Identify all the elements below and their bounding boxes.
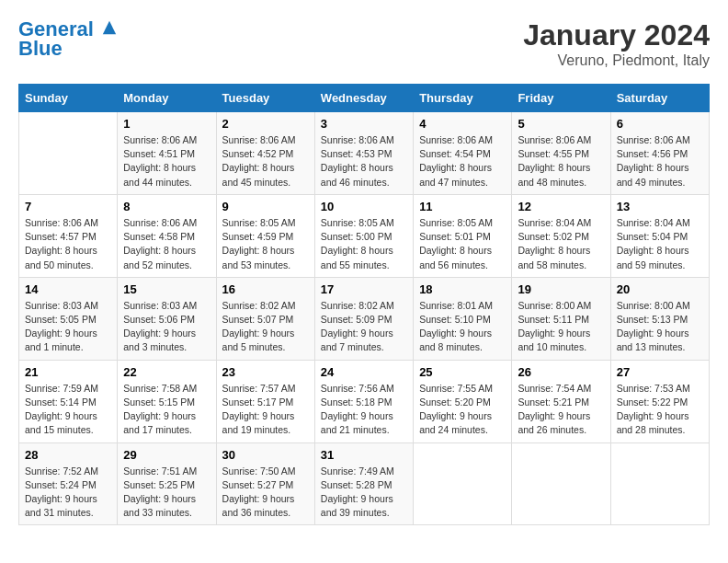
calendar-cell: 29Sunrise: 7:51 AMSunset: 5:25 PMDayligh… xyxy=(118,442,216,525)
day-number: 4 xyxy=(419,117,506,131)
day-info: Sunrise: 8:03 AMSunset: 5:05 PMDaylight:… xyxy=(25,300,98,353)
day-number: 12 xyxy=(518,200,604,213)
calendar-cell: 22Sunrise: 7:58 AMSunset: 5:15 PMDayligh… xyxy=(118,360,216,442)
day-info: Sunrise: 8:06 AMSunset: 4:55 PMDaylight:… xyxy=(518,134,591,188)
calendar-cell: 3Sunrise: 8:06 AMSunset: 4:53 PMDaylight… xyxy=(314,112,413,195)
calendar-cell: 10Sunrise: 8:05 AMSunset: 5:00 PMDayligh… xyxy=(314,194,413,277)
day-number: 21 xyxy=(25,365,111,379)
header-thursday: Thursday xyxy=(414,85,512,112)
page-header: General Blue January 2024 Veruno, Piedmo… xyxy=(18,18,710,69)
day-number: 25 xyxy=(419,365,506,379)
day-info: Sunrise: 8:06 AMSunset: 4:56 PMDaylight:… xyxy=(617,134,690,188)
day-number: 11 xyxy=(419,200,506,213)
day-info: Sunrise: 7:49 AMSunset: 5:28 PMDaylight:… xyxy=(321,465,394,519)
calendar-cell: 31Sunrise: 7:49 AMSunset: 5:28 PMDayligh… xyxy=(314,442,413,525)
calendar-week-row: 7Sunrise: 8:06 AMSunset: 4:57 PMDaylight… xyxy=(19,194,710,277)
day-info: Sunrise: 8:06 AMSunset: 4:52 PMDaylight:… xyxy=(222,134,296,188)
day-info: Sunrise: 8:02 AMSunset: 5:09 PMDaylight:… xyxy=(321,300,394,353)
calendar-week-row: 28Sunrise: 7:52 AMSunset: 5:24 PMDayligh… xyxy=(19,442,710,525)
calendar-cell: 24Sunrise: 7:56 AMSunset: 5:18 PMDayligh… xyxy=(314,360,413,442)
day-number: 24 xyxy=(321,365,407,379)
day-number: 22 xyxy=(123,365,210,379)
day-number: 15 xyxy=(123,282,210,296)
day-info: Sunrise: 8:05 AMSunset: 5:01 PMDaylight:… xyxy=(419,217,493,270)
calendar-cell: 12Sunrise: 8:04 AMSunset: 5:02 PMDayligh… xyxy=(512,194,610,277)
day-info: Sunrise: 8:04 AMSunset: 5:02 PMDaylight:… xyxy=(518,217,591,270)
day-number: 16 xyxy=(222,282,309,296)
calendar-cell: 5Sunrise: 8:06 AMSunset: 4:55 PMDaylight… xyxy=(512,112,610,195)
logo: General Blue xyxy=(18,18,118,61)
day-number: 29 xyxy=(123,448,210,462)
calendar-cell xyxy=(414,442,512,525)
day-info: Sunrise: 8:01 AMSunset: 5:10 PMDaylight:… xyxy=(419,300,493,353)
day-info: Sunrise: 8:00 AMSunset: 5:11 PMDaylight:… xyxy=(518,300,591,353)
day-info: Sunrise: 8:05 AMSunset: 4:59 PMDaylight:… xyxy=(222,217,296,270)
title-section: January 2024 Veruno, Piedmont, Italy xyxy=(523,18,710,69)
day-number: 26 xyxy=(518,365,604,379)
calendar-cell xyxy=(610,442,709,525)
day-number: 19 xyxy=(518,282,604,296)
calendar-cell: 30Sunrise: 7:50 AMSunset: 5:27 PMDayligh… xyxy=(216,442,314,525)
calendar-week-row: 14Sunrise: 8:03 AMSunset: 5:05 PMDayligh… xyxy=(19,277,710,360)
calendar-cell: 27Sunrise: 7:53 AMSunset: 5:22 PMDayligh… xyxy=(610,360,709,442)
day-info: Sunrise: 7:56 AMSunset: 5:18 PMDaylight:… xyxy=(321,383,394,436)
day-info: Sunrise: 7:51 AMSunset: 5:25 PMDaylight:… xyxy=(123,465,197,519)
day-info: Sunrise: 8:06 AMSunset: 4:58 PMDaylight:… xyxy=(123,217,197,270)
svg-marker-0 xyxy=(103,21,116,34)
day-number: 8 xyxy=(123,200,210,213)
calendar-cell: 23Sunrise: 7:57 AMSunset: 5:17 PMDayligh… xyxy=(216,360,314,442)
day-info: Sunrise: 8:06 AMSunset: 4:54 PMDaylight:… xyxy=(419,134,493,188)
calendar-cell: 20Sunrise: 8:00 AMSunset: 5:13 PMDayligh… xyxy=(610,277,709,360)
calendar-cell: 18Sunrise: 8:01 AMSunset: 5:10 PMDayligh… xyxy=(414,277,512,360)
day-info: Sunrise: 8:00 AMSunset: 5:13 PMDaylight:… xyxy=(617,300,690,353)
calendar-cell: 2Sunrise: 8:06 AMSunset: 4:52 PMDaylight… xyxy=(216,112,314,195)
day-number: 30 xyxy=(222,448,309,462)
calendar-week-row: 1Sunrise: 8:06 AMSunset: 4:51 PMDaylight… xyxy=(19,112,710,195)
header-saturday: Saturday xyxy=(610,85,709,112)
calendar-cell: 26Sunrise: 7:54 AMSunset: 5:21 PMDayligh… xyxy=(512,360,610,442)
day-number: 23 xyxy=(222,365,309,379)
day-info: Sunrise: 8:06 AMSunset: 4:51 PMDaylight:… xyxy=(123,134,197,188)
day-number: 9 xyxy=(222,200,309,213)
day-info: Sunrise: 7:55 AMSunset: 5:20 PMDaylight:… xyxy=(419,383,493,436)
calendar-cell: 8Sunrise: 8:06 AMSunset: 4:58 PMDaylight… xyxy=(118,194,216,277)
calendar-week-row: 21Sunrise: 7:59 AMSunset: 5:14 PMDayligh… xyxy=(19,360,710,442)
calendar-header-row: SundayMondayTuesdayWednesdayThursdayFrid… xyxy=(19,85,710,112)
calendar-cell: 28Sunrise: 7:52 AMSunset: 5:24 PMDayligh… xyxy=(19,442,118,525)
calendar-cell: 9Sunrise: 8:05 AMSunset: 4:59 PMDaylight… xyxy=(216,194,314,277)
calendar-cell: 11Sunrise: 8:05 AMSunset: 5:01 PMDayligh… xyxy=(414,194,512,277)
calendar-cell: 21Sunrise: 7:59 AMSunset: 5:14 PMDayligh… xyxy=(19,360,118,442)
day-number: 2 xyxy=(222,117,309,131)
day-info: Sunrise: 7:58 AMSunset: 5:15 PMDaylight:… xyxy=(123,383,197,436)
calendar-cell: 16Sunrise: 8:02 AMSunset: 5:07 PMDayligh… xyxy=(216,277,314,360)
header-monday: Monday xyxy=(118,85,216,112)
main-title: January 2024 xyxy=(523,18,710,52)
day-number: 17 xyxy=(321,282,407,296)
day-info: Sunrise: 8:03 AMSunset: 5:06 PMDaylight:… xyxy=(123,300,197,353)
day-info: Sunrise: 7:52 AMSunset: 5:24 PMDaylight:… xyxy=(25,465,98,519)
calendar-cell xyxy=(512,442,610,525)
day-info: Sunrise: 7:57 AMSunset: 5:17 PMDaylight:… xyxy=(222,383,296,436)
header-friday: Friday xyxy=(512,85,610,112)
calendar-cell: 17Sunrise: 8:02 AMSunset: 5:09 PMDayligh… xyxy=(314,277,413,360)
subtitle: Veruno, Piedmont, Italy xyxy=(523,52,710,69)
day-info: Sunrise: 7:59 AMSunset: 5:14 PMDaylight:… xyxy=(25,383,98,436)
day-number: 7 xyxy=(25,200,111,213)
day-info: Sunrise: 7:53 AMSunset: 5:22 PMDaylight:… xyxy=(617,383,690,436)
day-info: Sunrise: 8:06 AMSunset: 4:57 PMDaylight:… xyxy=(25,217,98,270)
day-info: Sunrise: 8:06 AMSunset: 4:53 PMDaylight:… xyxy=(321,134,394,188)
day-number: 20 xyxy=(617,282,703,296)
calendar-cell xyxy=(19,112,118,195)
day-number: 5 xyxy=(518,117,604,131)
day-number: 3 xyxy=(321,117,407,131)
calendar-cell: 1Sunrise: 8:06 AMSunset: 4:51 PMDaylight… xyxy=(118,112,216,195)
header-tuesday: Tuesday xyxy=(216,85,314,112)
header-wednesday: Wednesday xyxy=(314,85,413,112)
day-number: 10 xyxy=(321,200,407,213)
calendar-cell: 25Sunrise: 7:55 AMSunset: 5:20 PMDayligh… xyxy=(414,360,512,442)
calendar-cell: 13Sunrise: 8:04 AMSunset: 5:04 PMDayligh… xyxy=(610,194,709,277)
calendar-cell: 7Sunrise: 8:06 AMSunset: 4:57 PMDaylight… xyxy=(19,194,118,277)
day-info: Sunrise: 8:02 AMSunset: 5:07 PMDaylight:… xyxy=(222,300,296,353)
calendar-cell: 19Sunrise: 8:00 AMSunset: 5:11 PMDayligh… xyxy=(512,277,610,360)
day-number: 31 xyxy=(321,448,407,462)
